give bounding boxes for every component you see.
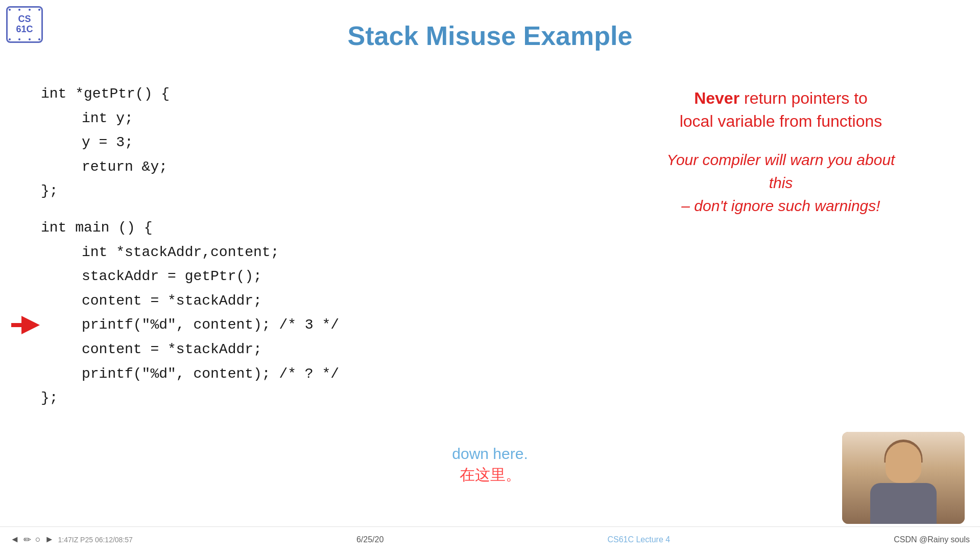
- pencil-tool-button[interactable]: ✏: [23, 534, 31, 545]
- timestamp-label: 1:47IZ P25 06:12/08:57: [58, 536, 133, 544]
- logo-dots-top: [9, 9, 40, 11]
- person-head: [886, 442, 921, 483]
- subtitle-chinese: 在这里。: [452, 465, 528, 486]
- bottom-bar: ◄ ✏ ○ ► 1:47IZ P25 06:12/08:57 6/25/20 C…: [0, 526, 980, 552]
- compiler-line1: Your compiler will warn you about: [667, 151, 895, 168]
- code-line-4: return &y;: [41, 155, 602, 179]
- code-line-12: content = *stackAddr;: [41, 337, 602, 362]
- code-line-10: content = *stackAddr;: [41, 289, 602, 313]
- webcam-overlay: [842, 432, 965, 524]
- warning-never: Never return pointers to local variable …: [623, 87, 939, 133]
- compiler-warning: Your compiler will warn you about this –…: [623, 148, 939, 217]
- webcam-person: [842, 432, 965, 524]
- circle-tool-button[interactable]: ○: [35, 534, 41, 545]
- code-line-14: };: [41, 386, 602, 410]
- warning-never-bold: Never: [694, 89, 739, 107]
- subtitle-overlay: down here. 在这里。: [452, 445, 528, 486]
- code-line-11: printf("%d", content); /* 3 */: [41, 313, 602, 337]
- code-line-7: int main () {: [41, 216, 602, 240]
- code-line-8: int *stackAddr,content;: [41, 240, 602, 265]
- bottom-right-label: CSDN @Rainy souls: [894, 535, 970, 544]
- code-line-1: int *getPtr() {: [41, 82, 602, 106]
- compiler-line2: this: [769, 174, 793, 191]
- bottom-controls[interactable]: ◄ ✏ ○ ► 1:47IZ P25 06:12/08:57: [10, 534, 133, 545]
- code-line-5: };: [41, 179, 602, 203]
- nav-prev-button[interactable]: ◄: [10, 534, 19, 545]
- warning-never-rest: return pointers to: [739, 89, 868, 107]
- code-line-6: [41, 203, 602, 216]
- subtitle-english: down here.: [452, 445, 528, 463]
- bottom-center-label: CS61C Lecture 4: [607, 535, 670, 544]
- slide-title: Stack Misuse Example: [0, 20, 980, 51]
- warning-line2: local variable from functions: [680, 112, 882, 130]
- code-line-2: int y;: [41, 106, 602, 131]
- code-line-9: stackAddr = getPtr();: [41, 264, 602, 289]
- compiler-line3: – don't ignore such warnings!: [681, 197, 880, 214]
- nav-next-button[interactable]: ►: [45, 534, 54, 545]
- arrow-indicator: [11, 316, 40, 334]
- code-line-13: printf("%d", content); /* ? */: [41, 362, 602, 386]
- bottom-date: 6/25/20: [356, 535, 384, 544]
- code-line-3: y = 3;: [41, 130, 602, 155]
- person-body: [870, 483, 937, 524]
